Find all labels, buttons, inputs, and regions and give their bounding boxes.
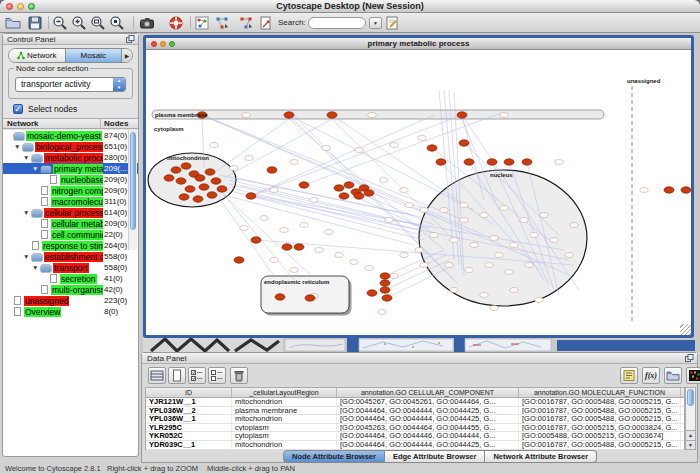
network-view-titlebar[interactable]: primary metabolic process: [146, 38, 691, 50]
function-builder-icon[interactable]: f(x): [642, 367, 660, 384]
graph-node[interactable]: [211, 178, 221, 184]
table-row-ydr039c-1[interactable]: YDR039C__1mitochondrion[GO:0044464, GO:0…: [146, 441, 684, 450]
graph-node[interactable]: [275, 294, 285, 300]
new-attribute-icon[interactable]: [168, 367, 186, 384]
graph-node[interactable]: [504, 159, 514, 165]
tree-expand-arrow[interactable]: ▼: [32, 165, 38, 172]
zoom-fit-icon[interactable]: [90, 15, 107, 31]
annotation-icon[interactable]: [258, 15, 275, 31]
tree-expand-arrow[interactable]: ▼: [14, 143, 20, 150]
tree-row-nitrogen-compo[interactable]: nitrogen compo209(0): [3, 185, 128, 196]
graph-node-small[interactable]: [445, 263, 453, 268]
tab-edge-attribute-browser[interactable]: Edge Attribute Browser: [385, 450, 485, 463]
scroll-down-icon[interactable]: ▼: [686, 440, 695, 449]
graph-node[interactable]: [367, 290, 377, 296]
node-color-attribute-select[interactable]: transporter activity ▲▼: [15, 77, 126, 92]
delete-attribute-icon[interactable]: [230, 367, 248, 384]
graph-node[interactable]: [427, 145, 437, 151]
heatmap-icon[interactable]: [686, 367, 700, 384]
tree-row-cellular-metabo[interactable]: cellular metabo209(0): [3, 218, 128, 229]
graph-node[interactable]: [299, 182, 309, 188]
graph-node[interactable]: [207, 192, 217, 198]
tab-node-attribute-browser[interactable]: Node Attribute Browser: [283, 450, 385, 463]
graph-node-small[interactable]: [290, 268, 298, 273]
column-header-annotation-go-molecular-function[interactable]: annotation.GO MOLECULAR_FUNCTION: [519, 388, 681, 397]
graph-node-small[interactable]: [495, 253, 503, 258]
graph-node-small[interactable]: [355, 148, 363, 153]
graph-node-small[interactable]: [490, 306, 498, 311]
tree-header-nodes[interactable]: Nodes: [104, 119, 128, 129]
graph-node[interactable]: [327, 112, 337, 118]
graph-node-small[interactable]: [570, 223, 578, 228]
graph-node-small[interactable]: [280, 228, 288, 233]
import-table-icon[interactable]: [664, 367, 682, 384]
graph-node[interactable]: [234, 257, 244, 263]
graph-node-small[interactable]: [480, 213, 488, 218]
graph-node[interactable]: [380, 273, 390, 279]
tree-row-nucleobase[interactable]: nucleobase-209(0): [3, 174, 128, 185]
tree-row-overview[interactable]: Overview8(0): [3, 306, 128, 317]
graph-node-small[interactable]: [490, 236, 498, 241]
graph-node-small[interactable]: [640, 188, 648, 193]
graph-node-small[interactable]: [315, 248, 323, 253]
graph-node-small[interactable]: [420, 208, 428, 213]
tree-scrollbar-thumb[interactable]: [130, 132, 136, 230]
graph-node[interactable]: [664, 187, 674, 193]
graph-edge[interactable]: [202, 115, 464, 220]
graph-node-small[interactable]: [440, 208, 448, 213]
zoom-selected-icon[interactable]: [109, 15, 126, 31]
graph-node-small[interactable]: [525, 263, 533, 268]
graph-node-small[interactable]: [465, 268, 473, 273]
column-header-id[interactable]: ID: [146, 388, 232, 397]
graph-node[interactable]: [199, 184, 209, 190]
graph-node-small[interactable]: [520, 218, 528, 223]
table-row-ylr295c[interactable]: YLR295Ccytoplasm[GO:0045263, GO:0044464,…: [146, 424, 684, 433]
graph-node[interactable]: [176, 178, 186, 184]
tree-header-network[interactable]: Network: [7, 119, 39, 129]
table-row-ypl036w-1[interactable]: YPL036W__1mitochondrion[GO:0044464, GO:0…: [146, 415, 684, 424]
column-header-cellularlayoutregion[interactable]: _cellularLayoutRegion: [232, 388, 337, 397]
graph-node-small[interactable]: [418, 136, 426, 141]
graph-node-small[interactable]: [500, 206, 508, 211]
graph-edge[interactable]: [202, 115, 484, 235]
graph-node[interactable]: [267, 167, 277, 173]
graph-node-small[interactable]: [380, 178, 388, 183]
graph-node-small[interactable]: [430, 233, 438, 238]
tree-expand-arrow[interactable]: ▼: [32, 264, 38, 271]
graph-node-small[interactable]: [270, 188, 278, 193]
save-icon[interactable]: [27, 15, 44, 31]
zoom-in-icon[interactable]: [71, 15, 88, 31]
graph-node-small[interactable]: [390, 143, 398, 148]
tree-row-cellular-process[interactable]: ▼cellular process614(0): [3, 207, 128, 218]
graph-node[interactable]: [354, 193, 364, 199]
frame-zoom-button[interactable]: [169, 41, 175, 47]
graph-edge[interactable]: [214, 119, 289, 173]
graph-node-small[interactable]: [245, 156, 253, 161]
layout-1-icon[interactable]: [214, 15, 231, 31]
graph-node[interactable]: [246, 193, 256, 199]
tree-row-mosaic-demo-yeast[interactable]: mosaic-demo-yeast874(0): [3, 130, 128, 141]
graph-node-small[interactable]: [530, 233, 538, 238]
graph-node-small[interactable]: [300, 223, 308, 228]
graph-edge[interactable]: [251, 115, 434, 196]
graph-node[interactable]: [681, 187, 691, 193]
table-row-ypl036w-2[interactable]: YPL036W__2plasma membrane[GO:0044464, GO…: [146, 407, 684, 416]
table-row-yjr121w-1[interactable]: YJR121W__1mitochondrion[GO:0045267, GO:0…: [146, 398, 684, 407]
graph-node-small[interactable]: [322, 146, 330, 151]
graph-node-small[interactable]: [260, 216, 268, 221]
graph-node[interactable]: [185, 186, 195, 192]
graph-node-small[interactable]: [385, 218, 393, 223]
graph-node-small[interactable]: [540, 213, 548, 218]
column-header-annotation-go-cellular-component[interactable]: annotation.GO CELLULAR_COMPONENT: [337, 388, 519, 397]
tree-row-metabolic-process[interactable]: ▼metabolic process280(0): [3, 152, 128, 163]
tree-row-biological-process[interactable]: ▼biological_process651(0): [3, 141, 128, 152]
network-canvas[interactable]: plasma membranecytoplasmmitochondrionnuc…: [146, 50, 691, 335]
unselect-attributes-icon[interactable]: [208, 367, 226, 384]
graph-node[interactable]: [380, 287, 390, 293]
graph-node[interactable]: [339, 193, 349, 199]
tree-expand-arrow[interactable]: ▼: [23, 253, 29, 260]
graph-node-small[interactable]: [500, 113, 508, 118]
graph-edge[interactable]: [251, 115, 462, 196]
graph-node-small[interactable]: [400, 188, 408, 193]
graph-node-small[interactable]: [565, 253, 573, 258]
